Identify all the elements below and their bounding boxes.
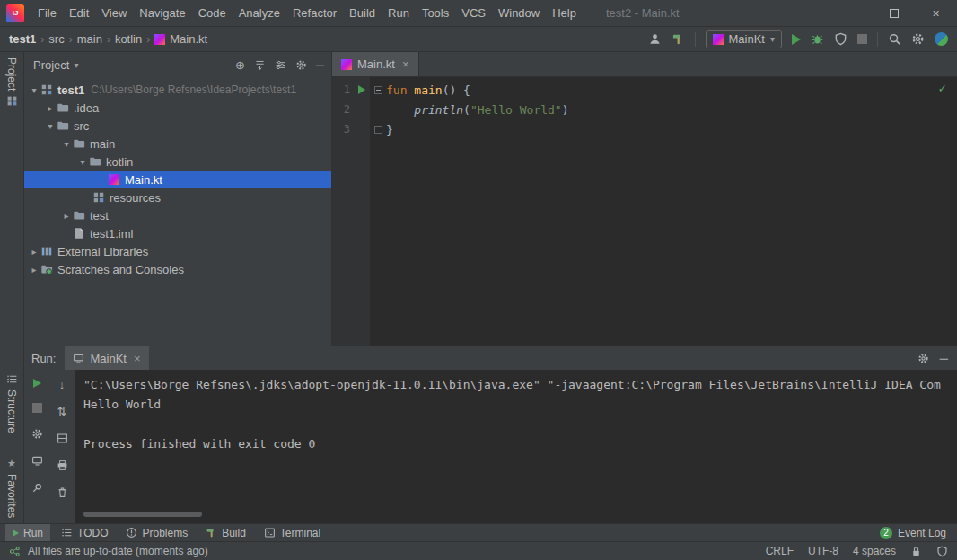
run-with-coverage-icon[interactable] [834,32,847,46]
encoding-indicator[interactable]: UTF-8 [808,545,838,557]
horizontal-scrollbar[interactable] [83,512,202,517]
breadcrumb-item-main[interactable]: main [77,32,102,46]
stop-button[interactable] [32,403,42,413]
run-tab-mainkt[interactable]: MainKt × [65,346,148,370]
fold-end-icon[interactable] [374,126,382,134]
tree-item-mainkt[interactable]: Main.kt [24,171,331,188]
tree-item-resources[interactable]: resources [24,188,331,206]
indent-indicator[interactable]: 4 spaces [853,545,896,557]
print-icon[interactable] [57,459,68,471]
menu-analyze[interactable]: Analyze [233,0,286,26]
editor-tab-mainkt[interactable]: Main.kt × [332,52,419,76]
tree-item-src[interactable]: ▾ src [24,117,331,135]
stripe-structure-button[interactable]: Structure [0,373,23,433]
code-with-me-icon[interactable] [935,32,948,46]
close-button[interactable]: × [915,0,957,26]
menu-help[interactable]: Help [546,0,583,26]
inspection-ok-icon[interactable]: ✓ [939,81,946,95]
menu-vcs[interactable]: VCS [455,0,492,26]
build-hammer-icon[interactable] [672,32,685,46]
breadcrumb-item-src[interactable]: src [48,32,64,46]
stripe-project-button[interactable]: Project [0,57,23,107]
tool-window-stripe-left: Project Structure ★ Favorites [0,52,24,523]
run-configuration-select[interactable]: MainKt ▾ [706,30,783,48]
clear-all-icon[interactable] [57,486,68,498]
menu-build[interactable]: Build [343,0,382,26]
tree-item-test1[interactable]: ▾ test1 C:\Users\Borge Refsnes\IdeaProje… [24,81,331,99]
code-editor[interactable]: ✓ 1 fun main() { 2 println("Hello World"… [332,77,957,346]
fold-collapse-icon[interactable] [374,86,382,94]
event-count-badge: 2 [880,527,892,539]
chevron-down-icon[interactable]: ▾ [76,157,89,167]
breadcrumb-item-kotlin[interactable]: kotlin [115,32,142,46]
scroll-to-end-icon[interactable] [57,433,68,444]
menu-navigate[interactable]: Navigate [133,0,191,26]
debug-bug-icon[interactable] [811,32,824,46]
chevron-right-icon[interactable]: ▸ [44,103,57,113]
line-ending-indicator[interactable]: CRLF [766,545,794,557]
toolbar-run-button[interactable]: Run [5,524,50,541]
breadcrumb-item-mainkt[interactable]: Main.kt [170,32,207,46]
pin-tab-icon[interactable] [31,482,43,494]
settings-gear-icon[interactable] [911,32,925,46]
menu-edit[interactable]: Edit [63,0,95,26]
vcs-user-icon[interactable] [648,32,662,46]
chevron-right-icon[interactable]: ▸ [60,211,73,221]
toolbar-todo-button[interactable]: TODO [54,524,115,541]
locate-file-icon[interactable]: ⊕ [235,59,245,71]
restore-layout-icon[interactable] [31,455,43,467]
hide-panel-icon[interactable]: ─ [316,59,324,71]
event-log-button[interactable]: 2 Event Log [880,527,952,539]
collapse-all-icon[interactable] [254,59,266,71]
maximize-button[interactable] [873,0,915,26]
project-panel-title[interactable]: Project [33,58,69,72]
chevron-down-icon[interactable]: ▾ [44,121,57,131]
toolbar-problems-button[interactable]: Problems [119,524,195,541]
menu-window[interactable]: Window [492,0,546,26]
intellij-window: IJ File Edit View Navigate Code Analyze … [0,0,957,560]
chevron-down-icon[interactable]: ▾ [74,60,78,70]
lock-icon[interactable] [910,546,922,557]
tree-item-scratches[interactable]: ▸ Scratches and Consoles [24,260,331,278]
stripe-project-label: Project [5,57,18,91]
tree-item-external-libraries[interactable]: ▸ External Libraries [24,242,331,260]
down-stack-trace-icon[interactable]: ↓ [59,379,66,390]
toolbar-terminal-button[interactable]: Terminal [257,524,328,541]
stop-button[interactable] [857,34,867,44]
close-tab-icon[interactable]: × [134,352,141,365]
tree-item-idea[interactable]: ▸ .idea [24,99,331,117]
search-everywhere-icon[interactable] [888,32,901,46]
menu-run[interactable]: Run [382,0,416,26]
menu-tools[interactable]: Tools [416,0,455,26]
view-options-icon[interactable] [275,59,286,71]
run-main-gutter-icon[interactable] [358,85,365,94]
menu-file[interactable]: File [31,0,63,26]
chevron-down-icon[interactable]: ▾ [28,85,40,95]
close-tab-icon[interactable]: × [402,57,409,71]
gear-icon[interactable] [917,353,929,364]
tree-item-kotlin[interactable]: ▾ kotlin [24,153,331,171]
tree-item-test1-iml[interactable]: test1.iml [24,224,331,242]
menu-refactor[interactable]: Refactor [286,0,343,26]
rerun-button[interactable] [33,379,41,388]
minimize-button[interactable] [830,0,873,26]
chevron-right-icon[interactable]: ▸ [28,265,40,275]
hide-panel-icon[interactable]: ─ [940,353,948,364]
status-bar: All files are up-to-date (moments ago) C… [0,541,957,560]
tree-item-test[interactable]: ▸ test [24,206,331,224]
toolbar-build-button[interactable]: Build [198,524,253,541]
tree-item-main[interactable]: ▾ main [24,135,331,153]
menu-code[interactable]: Code [192,0,233,26]
soft-wrap-icon[interactable]: ⇅ [57,406,67,417]
breadcrumb-item-test1[interactable]: test1 [9,32,36,46]
chevron-right-icon[interactable]: ▸ [28,247,40,257]
menu-view[interactable]: View [95,0,133,26]
gear-icon[interactable] [295,59,307,71]
run-console[interactable]: "C:\Users\Borge Refsnes\.jdks\adopt-open… [75,370,957,523]
stripe-favorites-button[interactable]: ★ Favorites [0,458,23,518]
run-settings-gear-icon[interactable] [31,428,43,440]
run-button[interactable] [792,34,801,45]
run-panel-title: Run: [31,352,56,365]
chevron-down-icon[interactable]: ▾ [60,139,73,149]
inspections-shield-icon[interactable] [936,546,948,557]
